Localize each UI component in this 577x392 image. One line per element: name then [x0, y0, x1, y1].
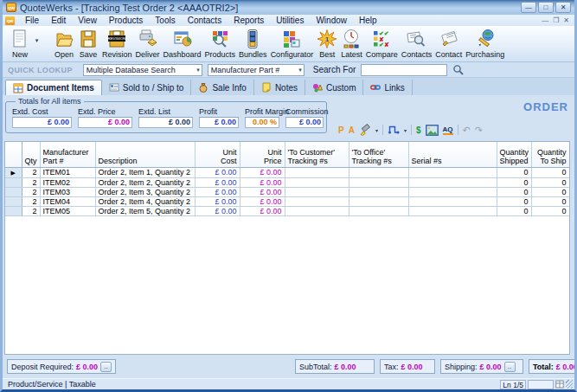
cell-office-tracking[interactable]: [349, 167, 408, 177]
cell-customer-tracking[interactable]: [285, 187, 349, 196]
cell-office-tracking[interactable]: [349, 177, 408, 187]
menu-reports[interactable]: Reports: [228, 15, 270, 26]
latest-button[interactable]: Latest: [339, 28, 364, 60]
tab-links[interactable]: Links: [363, 80, 412, 95]
shipping-more-button[interactable]: ..: [504, 362, 516, 372]
cell-qty-to-ship[interactable]: 0: [531, 177, 569, 187]
cell-qty-to-ship[interactable]: 0: [531, 167, 569, 177]
menu-products[interactable]: Products: [103, 15, 149, 26]
cell-qty[interactable]: 2: [22, 206, 40, 215]
cell-serials[interactable]: [408, 187, 497, 196]
menu-edit[interactable]: Edit: [45, 15, 72, 26]
save-button[interactable]: Save: [76, 28, 100, 60]
cell-description[interactable]: Order 2, Item 1, Quantity 2: [95, 167, 195, 177]
configurator-button[interactable]: Configurator: [269, 28, 316, 60]
menu-help[interactable]: Help: [353, 15, 383, 26]
mdi-minimize-button[interactable]: —: [542, 16, 548, 25]
cell-description[interactable]: Order 2, Item 2, Quantity 2: [95, 177, 195, 187]
cell-unit-price[interactable]: £ 0.00: [240, 206, 285, 215]
minimize-button[interactable]: —: [521, 2, 536, 13]
cell-part[interactable]: ITEM04: [40, 196, 95, 206]
cell-unit-price[interactable]: £ 0.00: [240, 196, 285, 206]
menu-window[interactable]: Window: [310, 15, 353, 26]
highlighter-icon[interactable]: [359, 124, 371, 136]
new-dropdown-arrow[interactable]: ▾: [32, 28, 42, 44]
tab-sale-info[interactable]: Sale Info: [191, 80, 253, 95]
table-row[interactable]: 2 ITEM02 Order 2, Item 2, Quantity 2 £ 0…: [5, 177, 569, 187]
highlighter-dropdown-icon[interactable]: ▾: [375, 127, 378, 133]
table-row[interactable]: 2 ITEM05 Order 2, Item 5, Quantity 2 £ 0…: [5, 206, 569, 215]
cell-qty[interactable]: 2: [22, 167, 40, 177]
open-button[interactable]: Open: [52, 28, 76, 60]
tab-document-items[interactable]: Document Items: [5, 80, 102, 95]
bundles-button[interactable]: Bundles: [237, 28, 269, 60]
cell-serials[interactable]: [408, 206, 497, 215]
resize-grip[interactable]: [566, 380, 573, 389]
cell-qty-shipped[interactable]: 0: [497, 187, 531, 196]
cell-description[interactable]: Order 2, Item 4, Quantity 2: [95, 196, 195, 206]
cell-qty[interactable]: 2: [22, 177, 40, 187]
cell-unit-price[interactable]: £ 0.00: [240, 177, 285, 187]
cell-office-tracking[interactable]: [349, 206, 408, 215]
cell-qty-shipped[interactable]: 0: [497, 196, 531, 206]
cell-description[interactable]: Order 2, Item 5, Quantity 2: [95, 206, 195, 215]
cell-customer-tracking[interactable]: [285, 177, 349, 187]
cell-office-tracking[interactable]: [349, 187, 408, 196]
undo-icon[interactable]: ↶: [463, 125, 471, 136]
tab-custom[interactable]: Custom: [305, 80, 363, 95]
cell-serials[interactable]: [408, 196, 497, 206]
database-search-select[interactable]: Multiple Database Search ▾: [83, 64, 202, 76]
cell-customer-tracking[interactable]: [285, 196, 349, 206]
table-row[interactable]: 2 ITEM03 Order 2, Item 3, Quantity 2 £ 0…: [5, 187, 569, 196]
menu-view[interactable]: View: [72, 15, 103, 26]
cell-customer-tracking[interactable]: [285, 206, 349, 215]
cell-qty[interactable]: 2: [22, 187, 40, 196]
cell-description[interactable]: Order 2, Item 3, Quantity 2: [95, 187, 195, 196]
cell-part[interactable]: ITEM02: [40, 177, 95, 187]
cell-unit-price[interactable]: £ 0.00: [240, 167, 285, 177]
cell-qty-shipped[interactable]: 0: [497, 177, 531, 187]
cell-qty[interactable]: 2: [22, 196, 40, 206]
redo-icon[interactable]: ↷: [475, 125, 483, 136]
contact-button[interactable]: Contact: [433, 28, 464, 60]
deliver-button[interactable]: Deliver: [134, 28, 162, 60]
deposit-more-button[interactable]: ..: [100, 362, 112, 372]
cell-serials[interactable]: [408, 177, 497, 187]
dashboard-button[interactable]: Dashboard: [162, 28, 203, 60]
search-icon[interactable]: [452, 64, 465, 76]
menu-utilities[interactable]: Utilities: [270, 15, 310, 26]
paragraph-line-icon[interactable]: P: [338, 125, 344, 136]
cell-unit-cost[interactable]: £ 0.00: [195, 187, 240, 196]
cell-unit-cost[interactable]: £ 0.00: [195, 196, 240, 206]
mdi-restore-button[interactable]: ❐: [553, 16, 559, 25]
line-link-icon[interactable]: [388, 124, 400, 136]
revision-button[interactable]: REVISION Revision: [100, 28, 134, 60]
cell-part[interactable]: ITEM01: [40, 167, 95, 177]
search-input[interactable]: [361, 64, 447, 76]
menu-tools[interactable]: Tools: [149, 15, 181, 26]
cell-qty-to-ship[interactable]: 0: [531, 187, 569, 196]
close-button[interactable]: ✕: [555, 2, 571, 13]
cell-unit-price[interactable]: £ 0.00: [240, 187, 285, 196]
products-button[interactable]: Products: [203, 28, 238, 60]
mdi-close-button[interactable]: ✕: [563, 16, 569, 25]
menu-contacts[interactable]: Contacts: [182, 15, 228, 26]
currency-recalc-icon[interactable]: $: [416, 125, 421, 136]
table-row[interactable]: 2 ITEM04 Order 2, Item 4, Quantity 2 £ 0…: [5, 196, 569, 206]
picture-icon[interactable]: [426, 125, 439, 136]
tab-sold-to-ship-to[interactable]: Sold to / Ship to: [102, 80, 192, 95]
search-field-select[interactable]: Manufacturer Part # ▾: [208, 64, 305, 76]
cell-qty-to-ship[interactable]: 0: [531, 196, 569, 206]
cell-customer-tracking[interactable]: [285, 167, 349, 177]
cell-qty-to-ship[interactable]: 0: [531, 206, 569, 215]
attribute-line-icon[interactable]: A: [349, 125, 355, 136]
cell-qty-shipped[interactable]: 0: [497, 167, 531, 177]
line-link-dropdown-icon[interactable]: ▾: [404, 127, 407, 133]
cell-part[interactable]: ITEM03: [40, 187, 95, 196]
cell-part[interactable]: ITEM05: [40, 206, 95, 215]
cell-serials[interactable]: [408, 167, 497, 177]
cell-office-tracking[interactable]: [349, 196, 408, 206]
cell-unit-cost[interactable]: £ 0.00: [195, 167, 240, 177]
contacts-button[interactable]: Contacts: [400, 28, 434, 60]
cell-unit-cost[interactable]: £ 0.00: [195, 177, 240, 187]
